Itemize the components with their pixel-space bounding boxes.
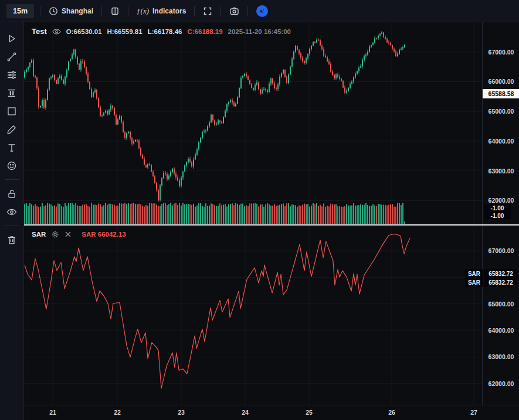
sar-badge-value: 65832.72 <box>484 269 517 278</box>
sidebar-divider <box>5 226 19 226</box>
main-pane: Test O:66530.01 H:66559.81 L:66178.46 C:… <box>24 22 519 224</box>
screenshot-button[interactable] <box>227 6 242 16</box>
toolbar-divider <box>40 6 40 16</box>
open-value: O:66530.01 <box>66 28 102 35</box>
sar-badge-prefix: SAR <box>465 278 483 287</box>
price-tick-label: 64000.00 <box>483 327 519 334</box>
price-tick-label: 64000.00 <box>483 138 519 145</box>
time-tick-label: 24 <box>242 409 249 416</box>
time-tick-label: 22 <box>114 409 121 416</box>
main-price-axis[interactable]: 67000.0066000.0065000.0064000.0063000.00… <box>482 22 519 224</box>
sar-current-value: SAR 66042.13 <box>82 231 125 238</box>
close-value: C:66188.19 <box>187 28 222 35</box>
price-tick-label: 67000.00 <box>483 247 519 254</box>
time-axis[interactable]: 21222324252627 <box>24 405 519 420</box>
grid-lines <box>24 22 482 224</box>
indicator-settings-gear-icon[interactable] <box>51 230 59 238</box>
volume-value-badge: -1.00 <box>484 204 511 212</box>
sar-series-line <box>25 234 410 388</box>
bar-datetime: 2025-11-20 16:45:00 <box>228 28 291 35</box>
price-tick-label: 62000.00 <box>483 197 519 204</box>
indicator-close-icon[interactable] <box>65 231 72 238</box>
grid-lines <box>24 226 482 405</box>
volume-value-badge: -1.00 <box>484 212 511 220</box>
timezone-label: Shanghai <box>62 7 93 15</box>
price-tick-label: 67000.00 <box>483 49 519 56</box>
drawing-toolbar <box>0 22 24 420</box>
tool-text-button[interactable] <box>0 138 24 156</box>
sar-price-axis[interactable]: 67000.0065000.0064000.0063000.0062000.00… <box>482 226 519 405</box>
indicators-button[interactable]: ƒ(x) Indicators <box>134 6 188 16</box>
time-tick-label: 26 <box>388 409 395 416</box>
sar-pane: SAR SAR 66042.13 67000.0065000.0064000.0… <box>24 226 519 405</box>
symbol-title: Test <box>32 27 47 36</box>
sar-value-badge: SAR65832.72 <box>465 269 517 278</box>
time-tick-label: 23 <box>178 409 185 416</box>
fullscreen-icon <box>203 6 212 16</box>
volume-series <box>24 203 405 224</box>
price-tick-label: 65000.00 <box>483 301 519 308</box>
candle-series <box>24 31 405 202</box>
price-tick-label: 65000.00 <box>483 108 519 115</box>
tool-price-channel-button[interactable] <box>0 84 24 102</box>
chart-region: Test O:66530.01 H:66559.81 L:66178.46 C:… <box>24 22 519 420</box>
tool-trend-line-button[interactable] <box>0 47 24 66</box>
toolbar-divider <box>128 6 128 16</box>
sar-line-plot[interactable] <box>24 226 482 405</box>
main-pane-header: Test O:66530.01 H:66559.81 L:66178.46 C:… <box>32 27 291 36</box>
high-value: H:66559.81 <box>107 28 143 35</box>
low-value: L:66178.46 <box>148 28 182 35</box>
sidebar-divider <box>5 179 19 180</box>
price-tick-label: 63000.00 <box>483 168 519 175</box>
tool-settings-sliders-button[interactable] <box>0 66 24 84</box>
fullscreen-button[interactable] <box>201 6 215 16</box>
tool-rectangle-button[interactable] <box>0 102 24 120</box>
sar-pane-header: SAR SAR 66042.13 <box>32 230 126 238</box>
layout-button[interactable] <box>108 6 122 16</box>
theme-button[interactable] <box>254 5 270 17</box>
toolbar-divider <box>221 6 221 16</box>
time-tick-label: 21 <box>49 409 56 416</box>
price-tick-label: 62000.00 <box>483 380 519 387</box>
toolbar-divider <box>194 6 195 16</box>
tool-delete-button[interactable] <box>0 231 24 249</box>
camera-icon <box>229 6 239 16</box>
tool-emoji-button[interactable] <box>0 156 24 175</box>
toolbar-divider <box>101 6 102 16</box>
trading-app: 15m Shanghai ƒ(x) Indicators <box>0 0 519 420</box>
tool-play-button[interactable] <box>0 29 24 47</box>
tool-unlock-button[interactable] <box>0 185 24 203</box>
fx-icon: ƒ(x) <box>137 6 149 16</box>
time-tick-label: 25 <box>306 409 313 416</box>
indicator-name: SAR <box>32 231 46 238</box>
sar-badge-value: 65832.72 <box>484 278 517 287</box>
price-tick-label: 63000.00 <box>483 353 519 360</box>
theme-moon-icon <box>256 5 268 17</box>
visibility-eye-icon[interactable] <box>52 28 61 35</box>
sar-badge-prefix: SAR <box>465 269 483 278</box>
last-price-badge: 65588.58 <box>483 89 519 98</box>
interval-button[interactable]: 15m <box>6 4 34 18</box>
candlestick-plot[interactable] <box>24 22 482 224</box>
tool-visibility-button[interactable] <box>0 203 24 221</box>
panel-layout-icon <box>110 6 120 16</box>
indicators-label: Indicators <box>152 7 186 15</box>
timezone-button[interactable]: Shanghai <box>46 6 96 16</box>
toolbar-divider <box>247 6 248 16</box>
time-tick-label: 27 <box>470 409 477 416</box>
sar-value-badge: SAR65832.72 <box>465 278 517 287</box>
price-tick-label: 66000.00 <box>483 78 519 85</box>
clock-icon <box>49 6 58 16</box>
tool-pencil-button[interactable] <box>0 120 24 138</box>
top-toolbar: 15m Shanghai ƒ(x) Indicators <box>0 0 519 22</box>
